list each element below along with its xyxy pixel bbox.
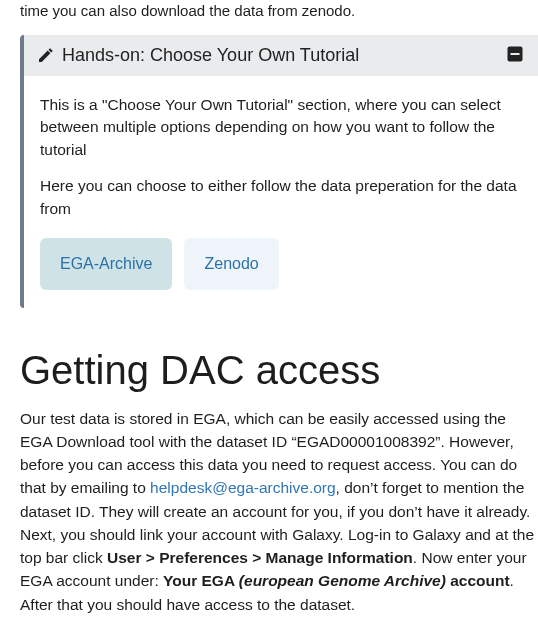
pencil-icon — [38, 45, 54, 66]
choose-tutorial-desc-2: Here you can choose to either follow the… — [40, 175, 538, 220]
helpdesk-email-link[interactable]: helpdesk@ega-archive.org — [150, 479, 335, 496]
hands-on-header: Hands-on: Choose Your Own Tutorial — [24, 35, 538, 76]
menu-path-text: User > Preferences > Manage Information — [107, 549, 413, 566]
tab-ega-archive[interactable]: EGA-Archive — [40, 238, 172, 289]
your-ega-a: Your EGA — [163, 572, 239, 589]
your-ega-i: (european Genome Archive) — [239, 572, 446, 589]
collapse-icon[interactable] — [506, 45, 524, 66]
tab-zenodo[interactable]: Zenodo — [184, 238, 278, 289]
hands-on-title: Hands-on: Choose Your Own Tutorial — [62, 45, 506, 66]
your-ega-b: account — [446, 572, 510, 589]
section-heading-dac-access: Getting DAC access — [20, 348, 538, 393]
hands-on-box-choose-tutorial: Hands-on: Choose Your Own Tutorial This … — [20, 35, 538, 308]
tutorial-tabs: EGA-Archive Zenodo — [40, 238, 538, 289]
svg-rect-1 — [511, 53, 520, 55]
hands-on-body: This is a "Choose Your Own Tutorial" sec… — [24, 76, 538, 308]
choose-tutorial-desc-1: This is a "Choose Your Own Tutorial" sec… — [40, 94, 538, 161]
intro-tail-text: time you can also download the data from… — [20, 0, 538, 21]
dac-access-paragraph: Our test data is stored in EGA, which ca… — [20, 407, 538, 616]
